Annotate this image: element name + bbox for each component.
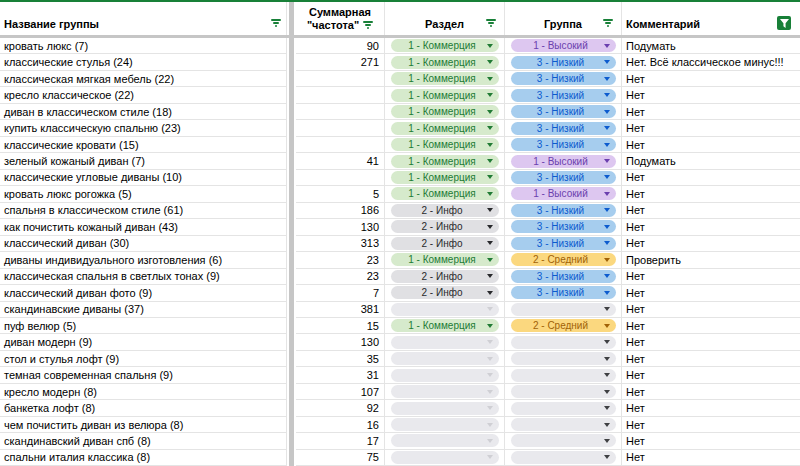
frequency-cell[interactable] (296, 87, 385, 103)
column-header-comment[interactable]: Комментарий (622, 2, 800, 35)
group-dropdown-chip[interactable] (511, 352, 616, 365)
frequency-cell[interactable]: 130 (296, 334, 385, 350)
section-dropdown-chip[interactable] (391, 336, 499, 349)
frequency-cell[interactable]: 23 (296, 269, 385, 285)
section-dropdown-chip[interactable] (391, 402, 499, 415)
group-dropdown-chip[interactable] (511, 336, 616, 349)
frequency-cell[interactable]: 75 (296, 450, 385, 466)
frequency-cell[interactable]: 41 (296, 153, 385, 169)
filter-icon[interactable] (362, 20, 373, 31)
group-name-cell[interactable]: кресло классическое (22) (0, 87, 287, 103)
frequency-cell[interactable]: 31 (296, 367, 385, 383)
group-name-cell[interactable]: спальни италия классика (8) (0, 450, 287, 466)
group-dropdown-chip[interactable] (511, 369, 616, 382)
frequency-cell[interactable] (296, 170, 385, 186)
group-dropdown-chip[interactable]: 1 - Высокий (511, 155, 616, 168)
comment-cell[interactable]: Нет (622, 87, 800, 103)
comment-cell[interactable]: Нет. Всё классическое минус!!! (622, 54, 800, 70)
group-name-cell[interactable]: классическая спальня в светлых тонах (9) (0, 269, 287, 285)
group-name-cell[interactable]: темная современная спальня (9) (0, 367, 287, 383)
comment-cell[interactable]: Нет (622, 120, 800, 136)
section-dropdown-chip[interactable]: 1 - Коммерция (391, 155, 499, 168)
frequency-cell[interactable] (296, 71, 385, 87)
group-name-cell[interactable]: скандинавский диван спб (8) (0, 433, 287, 449)
section-dropdown-chip[interactable] (391, 451, 499, 464)
group-dropdown-chip[interactable] (511, 385, 616, 398)
group-dropdown-chip[interactable] (511, 418, 616, 431)
group-name-cell[interactable]: банкетка лофт (8) (0, 400, 287, 416)
filter-icon[interactable] (270, 18, 281, 29)
group-name-cell[interactable]: чем почистить диван из велюра (8) (0, 417, 287, 433)
group-dropdown-chip[interactable]: 3 - Низкий (511, 237, 616, 250)
comment-cell[interactable]: Нет (622, 302, 800, 318)
frequency-cell[interactable]: 313 (296, 236, 385, 252)
section-dropdown-chip[interactable] (391, 418, 499, 431)
section-dropdown-chip[interactable]: 1 - Коммерция (391, 138, 499, 151)
column-header-group[interactable]: Группа (505, 2, 622, 35)
group-dropdown-chip[interactable]: 1 - Высокий (511, 187, 616, 200)
group-name-cell[interactable]: диван в классическом стиле (18) (0, 104, 287, 120)
comment-cell[interactable]: Нет (622, 334, 800, 350)
group-dropdown-chip[interactable]: 3 - Низкий (511, 286, 616, 299)
section-dropdown-chip[interactable]: 1 - Коммерция (391, 253, 499, 266)
frequency-cell[interactable]: 130 (296, 219, 385, 235)
frequency-cell[interactable]: 7 (296, 285, 385, 301)
section-dropdown-chip[interactable]: 1 - Коммерция (391, 39, 499, 52)
comment-cell[interactable]: Нет (622, 285, 800, 301)
active-filter-icon[interactable] (777, 16, 791, 30)
group-name-cell[interactable]: кресло модерн (8) (0, 384, 287, 400)
comment-cell[interactable]: Нет (622, 104, 800, 120)
section-dropdown-chip[interactable] (391, 434, 499, 447)
filter-icon[interactable] (602, 18, 613, 29)
section-dropdown-chip[interactable]: 1 - Коммерция (391, 72, 499, 85)
comment-cell[interactable]: Нет (622, 318, 800, 334)
section-dropdown-chip[interactable]: 2 - Инфо (391, 220, 499, 233)
comment-cell[interactable]: Нет (622, 236, 800, 252)
group-name-cell[interactable]: как почистить кожаный диван (43) (0, 219, 287, 235)
section-dropdown-chip[interactable]: 2 - Инфо (391, 237, 499, 250)
comment-cell[interactable]: Нет (622, 400, 800, 416)
section-dropdown-chip[interactable]: 1 - Коммерция (391, 171, 499, 184)
frequency-cell[interactable] (296, 120, 385, 136)
frequency-cell[interactable]: 17 (296, 433, 385, 449)
frequency-cell[interactable]: 381 (296, 302, 385, 318)
section-dropdown-chip[interactable]: 1 - Коммерция (391, 122, 499, 135)
comment-cell[interactable]: Нет (622, 170, 800, 186)
section-dropdown-chip[interactable]: 2 - Инфо (391, 270, 499, 283)
frequency-cell[interactable]: 35 (296, 351, 385, 367)
group-dropdown-chip[interactable]: 2 - Средний (511, 253, 616, 266)
group-name-cell[interactable]: спальня в классическом стиле (61) (0, 203, 287, 219)
frequency-cell[interactable]: 16 (296, 417, 385, 433)
comment-cell[interactable]: Нет (622, 450, 800, 466)
comment-cell[interactable]: Нет (622, 219, 800, 235)
frequency-cell[interactable]: 186 (296, 203, 385, 219)
group-dropdown-chip[interactable]: 3 - Низкий (511, 171, 616, 184)
frequency-cell[interactable]: 5 (296, 186, 385, 202)
group-name-cell[interactable]: диваны индивидуального изготовления (6) (0, 252, 287, 268)
comment-cell[interactable]: Нет (622, 367, 800, 383)
frequency-cell[interactable]: 23 (296, 252, 385, 268)
group-dropdown-chip[interactable]: 3 - Низкий (511, 56, 616, 69)
group-dropdown-chip[interactable]: 1 - Высокий (511, 39, 616, 52)
group-name-cell[interactable]: классический диван (30) (0, 236, 287, 252)
group-name-cell[interactable]: кровать люкс (7) (0, 38, 287, 54)
section-dropdown-chip[interactable]: 1 - Коммерция (391, 89, 499, 102)
comment-cell[interactable]: Подумать (622, 38, 800, 54)
group-dropdown-chip[interactable]: 3 - Низкий (511, 122, 616, 135)
frequency-cell[interactable]: 107 (296, 384, 385, 400)
group-dropdown-chip[interactable]: 3 - Низкий (511, 204, 616, 217)
comment-cell[interactable]: Нет (622, 269, 800, 285)
group-name-cell[interactable]: диван модерн (9) (0, 334, 287, 350)
group-name-cell[interactable]: купить классическую спальню (23) (0, 120, 287, 136)
group-name-cell[interactable]: классические стулья (24) (0, 54, 287, 70)
group-name-cell[interactable]: зеленый кожаный диван (7) (0, 153, 287, 169)
section-dropdown-chip[interactable] (391, 303, 499, 316)
comment-cell[interactable]: Нет (622, 351, 800, 367)
group-dropdown-chip[interactable]: 3 - Низкий (511, 220, 616, 233)
group-name-cell[interactable]: скандинавские диваны (37) (0, 302, 287, 318)
section-dropdown-chip[interactable] (391, 369, 499, 382)
group-dropdown-chip[interactable]: 3 - Низкий (511, 138, 616, 151)
group-name-cell[interactable]: классический диван фото (9) (0, 285, 287, 301)
frequency-cell[interactable] (296, 137, 385, 153)
column-header-frequency[interactable]: Суммарная "частота" (296, 2, 385, 35)
